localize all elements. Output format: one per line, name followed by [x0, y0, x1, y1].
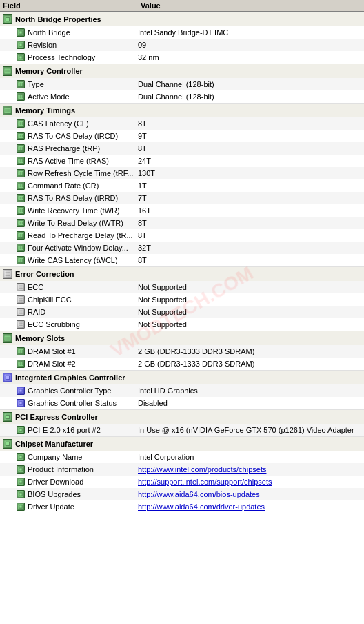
- field-text: RAS Active Time (tRAS): [28, 157, 109, 165]
- field-text: Write To Read Delay (tWTR): [28, 219, 123, 227]
- svg-rect-95: [6, 376, 9, 379]
- field-cell: DRAM Slot #2: [17, 360, 138, 368]
- field-cell: RAS To CAS Delay (tRCD): [17, 132, 138, 140]
- table-row: ECCNot Supported: [0, 281, 364, 293]
- value-cell: 09: [138, 41, 361, 49]
- section-header-memory-slots: Memory Slots: [0, 331, 364, 345]
- table-row: RAIDNot Supported: [0, 306, 364, 318]
- value-cell: 24T: [138, 157, 361, 165]
- field-cell: RAS To RAS Delay (tRRD): [17, 194, 138, 202]
- field-cell: RAS Precharge (tRP): [17, 144, 138, 153]
- section-label: Memory Slots: [15, 334, 65, 342]
- svg-rect-105: [6, 442, 9, 445]
- field-text: ChipKill ECC: [28, 295, 72, 304]
- field-cell: Write CAS Latency (tWCL): [17, 256, 138, 264]
- svg-rect-1: [6, 18, 9, 21]
- field-text: Four Activate Window Delay...: [28, 244, 128, 252]
- field-cell: Product Information: [17, 465, 138, 474]
- value-cell[interactable]: http://www.aida64.com/bios-updates: [138, 490, 361, 498]
- field-cell: ECC Scrubbing: [17, 320, 138, 329]
- field-cell: CAS Latency (CL): [17, 119, 138, 128]
- section-header-integrated-graphics: Integrated Graphics Controller: [0, 370, 364, 384]
- value-cell: 8T: [138, 144, 361, 153]
- table-row: Process Technology32 nm: [0, 51, 364, 64]
- value-cell: Not Supported: [138, 283, 361, 291]
- section-label: Memory Controller: [15, 67, 83, 75]
- table-row: Active ModeDual Channel (128-bit): [0, 90, 364, 103]
- value-cell: 32 nm: [138, 53, 361, 61]
- field-text: Company Name: [28, 453, 82, 461]
- table-row: Row Refresh Cycle Time (tRF...130T: [0, 167, 364, 179]
- section-header-memory-controller: Memory Controller: [0, 64, 364, 78]
- field-cell: Write Recovery Time (tWR): [17, 206, 138, 215]
- section-label: Error Correction: [15, 270, 74, 278]
- field-cell: Revision: [17, 41, 138, 49]
- field-cell: DRAM Slot #1: [17, 347, 138, 355]
- table-row: Revision09: [0, 39, 364, 51]
- value-cell: 8T: [138, 231, 361, 240]
- value-cell: Disabled: [138, 399, 361, 407]
- field-text: DRAM Slot #1: [28, 347, 76, 355]
- field-text: CAS Latency (CL): [28, 119, 89, 128]
- field-text: RAID: [28, 308, 46, 316]
- table-header: Field Value: [0, 0, 364, 12]
- value-cell: Not Supported: [138, 320, 361, 329]
- value-cell: In Use @ x16 (nVIDIA GeForce GTX 570 (p1…: [138, 426, 361, 434]
- field-cell: Graphics Controller Status: [17, 399, 138, 407]
- field-cell: Read To Precharge Delay (tR...: [17, 231, 138, 240]
- field-text: RAS To CAS Delay (tRCD): [28, 132, 118, 140]
- value-cell[interactable]: http://www.intel.com/products/chipsets: [138, 465, 361, 474]
- value-cell: Intel Corporation: [138, 453, 361, 461]
- field-cell: Process Technology: [17, 53, 138, 61]
- field-text: RAS To RAS Delay (tRRD): [28, 194, 118, 202]
- value-cell: 8T: [138, 256, 361, 264]
- header-value: Value: [141, 1, 361, 10]
- field-text: DRAM Slot #2: [28, 360, 76, 368]
- field-cell: ECC: [17, 283, 138, 291]
- table-row: RAS Precharge (tRP)8T: [0, 142, 364, 155]
- value-cell: 2 GB (DDR3-1333 DDR3 SDRAM): [138, 360, 361, 368]
- field-cell: Command Rate (CR): [17, 182, 138, 190]
- value-cell[interactable]: http://www.aida64.com/driver-updates: [138, 503, 361, 511]
- field-cell: Four Activate Window Delay...: [17, 244, 138, 252]
- section-label: Memory Timings: [15, 106, 75, 115]
- field-text: North Bridge: [28, 28, 70, 37]
- svg-rect-97: [19, 389, 21, 391]
- value-cell: Intel HD Graphics: [138, 387, 361, 395]
- value-cell: Not Supported: [138, 308, 361, 316]
- field-cell: Row Refresh Cycle Time (tRF...: [17, 169, 138, 177]
- svg-rect-3: [19, 31, 21, 33]
- field-text: Graphics Controller Status: [28, 399, 117, 407]
- table-row: Company NameIntel Corporation: [0, 451, 364, 463]
- field-cell: RAID: [17, 308, 138, 316]
- value-cell: Dual Channel (128-bit): [138, 92, 361, 101]
- svg-rect-115: [19, 505, 21, 507]
- section-header-memory-timings: Memory Timings: [0, 103, 364, 117]
- table-row: Command Rate (CR)1T: [0, 179, 364, 192]
- field-text: Read To Precharge Delay (tR...: [28, 231, 133, 240]
- value-cell: 130T: [138, 169, 361, 177]
- svg-rect-103: [19, 429, 21, 431]
- table-row: RAS To CAS Delay (tRCD)9T: [0, 130, 364, 142]
- section-label: PCI Express Controller: [15, 413, 98, 421]
- svg-rect-7: [19, 56, 21, 58]
- value-cell[interactable]: http://support.intel.com/support/chipset…: [138, 478, 361, 486]
- field-cell: Write To Read Delay (tWTR): [17, 219, 138, 227]
- table-row: CAS Latency (CL)8T: [0, 117, 364, 130]
- svg-rect-107: [19, 456, 21, 458]
- table-row: RAS To RAS Delay (tRRD)7T: [0, 192, 364, 204]
- value-cell: 8T: [138, 219, 361, 227]
- value-cell: 32T: [138, 244, 361, 252]
- section-header-north-bridge-props: North Bridge Properties: [0, 12, 364, 26]
- value-cell: 9T: [138, 132, 361, 140]
- value-cell: 8T: [138, 119, 361, 128]
- svg-rect-113: [19, 493, 21, 495]
- header-field: Field: [3, 1, 141, 10]
- table-row: BIOS Upgradeshttp://www.aida64.com/bios-…: [0, 488, 364, 500]
- section-label: North Bridge Properties: [15, 15, 101, 23]
- table-row: Write To Read Delay (tWTR)8T: [0, 217, 364, 229]
- svg-rect-101: [6, 416, 9, 418]
- table-row: Four Activate Window Delay...32T: [0, 242, 364, 254]
- field-cell: RAS Active Time (tRAS): [17, 157, 138, 165]
- field-text: Process Technology: [28, 53, 95, 61]
